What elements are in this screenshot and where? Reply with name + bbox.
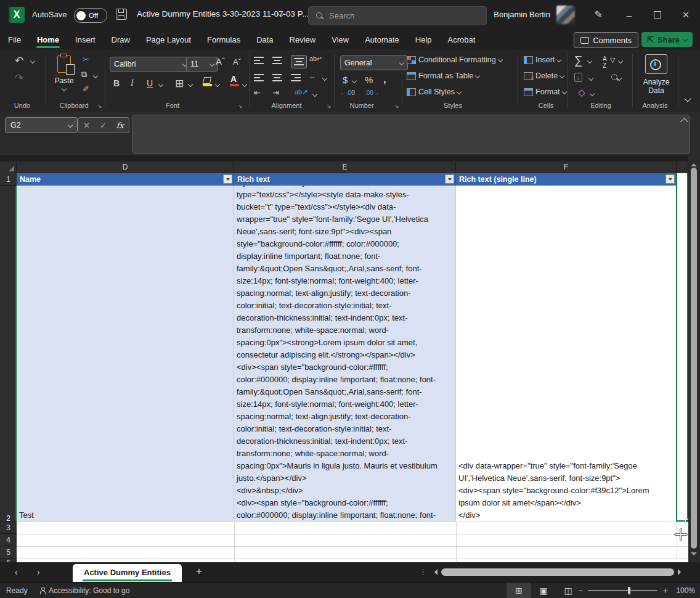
font-dialog-launcher-icon[interactable]: ↘ xyxy=(238,103,243,109)
font-name-select[interactable]: Calibri xyxy=(110,57,191,72)
underline-chevron-icon[interactable] xyxy=(158,82,163,87)
top-align-icon[interactable] xyxy=(254,57,264,64)
underline-button[interactable]: U xyxy=(147,79,153,88)
accessibility-status[interactable]: Accessibility: Good to go xyxy=(39,586,129,595)
decrease-decimal-icon[interactable]: .00→ xyxy=(365,90,380,96)
undo-chevron-icon[interactable] xyxy=(30,59,35,63)
italic-button[interactable]: I xyxy=(131,79,134,88)
copy-icon[interactable]: ⧉ xyxy=(81,70,87,78)
accounting-chevron-icon[interactable] xyxy=(352,78,357,83)
filter-button-rich-text[interactable] xyxy=(445,174,454,184)
page-layout-view-button[interactable]: ▣ xyxy=(531,583,556,598)
wrap-text-icon[interactable]: ab↵ xyxy=(309,55,322,62)
save-icon[interactable] xyxy=(116,9,127,20)
search-box[interactable] xyxy=(308,6,487,25)
zoom-in-button[interactable]: + xyxy=(663,586,668,596)
name-box[interactable]: G2 xyxy=(5,117,78,133)
number-dialog-launcher-icon[interactable]: ↘ xyxy=(394,103,399,109)
increase-indent-icon[interactable]: ⇥ xyxy=(272,89,279,97)
zoom-level[interactable]: 100% xyxy=(676,586,695,595)
zoom-slider-thumb[interactable] xyxy=(628,587,630,594)
font-color-button[interactable]: A xyxy=(229,75,239,87)
align-left-icon[interactable] xyxy=(254,74,264,81)
row-header-3[interactable]: 3 xyxy=(0,522,17,534)
scroll-right-icon[interactable] xyxy=(678,569,684,575)
tab-automate[interactable]: Automate xyxy=(357,30,407,49)
comma-style-icon[interactable]: , xyxy=(383,74,386,84)
next-sheet-icon[interactable]: › xyxy=(37,567,40,577)
fill-color-button[interactable] xyxy=(202,77,212,87)
collapse-ribbon-chevron-icon[interactable] xyxy=(684,95,691,102)
cell-e2[interactable]: style data-make-styles-bucket="d"type="t… xyxy=(234,186,456,522)
search-input[interactable] xyxy=(328,10,466,21)
clear-chevron-icon[interactable] xyxy=(590,91,595,96)
autosave-toggle[interactable]: Off xyxy=(74,8,107,23)
filter-button-rich-text-single[interactable] xyxy=(665,174,675,184)
merge-center-icon[interactable]: ⇔ xyxy=(308,73,316,81)
font-size-select[interactable]: 11 xyxy=(186,57,218,72)
row-header-4[interactable]: 4 xyxy=(0,534,17,546)
user-name[interactable]: Benjamin Bertin xyxy=(494,10,550,19)
tab-insert[interactable]: Insert xyxy=(67,30,104,49)
conditional-formatting-button[interactable]: Conditional Formatting xyxy=(407,55,502,64)
increase-decimal-icon[interactable]: ←.00 xyxy=(340,90,355,96)
table-header-rich-text[interactable]: Rich text xyxy=(234,173,456,186)
collapse-formula-bar-icon[interactable] xyxy=(680,118,688,126)
tab-formulas[interactable]: Formulas xyxy=(199,30,248,49)
orientation-icon[interactable]: ab↗ xyxy=(295,89,307,96)
font-color-chevron-icon[interactable] xyxy=(242,82,247,87)
horizontal-scrollbar-thumb[interactable] xyxy=(441,568,674,576)
percent-style-icon[interactable]: % xyxy=(365,75,373,84)
maximize-button[interactable] xyxy=(643,0,672,30)
clipboard-dialog-launcher-icon[interactable]: ↘ xyxy=(97,103,102,109)
insert-cells-button[interactable]: Insert xyxy=(524,55,561,64)
normal-view-button[interactable]: ⊞ xyxy=(507,583,531,598)
format-as-table-button[interactable]: Format as Table xyxy=(407,72,479,80)
column-header-g-partial[interactable] xyxy=(677,162,688,173)
clear-icon[interactable]: ◇ xyxy=(578,88,585,97)
zoom-out-button[interactable]: − xyxy=(578,586,583,596)
format-cells-button[interactable]: Format xyxy=(524,88,566,96)
borders-icon[interactable]: ⊞ xyxy=(175,78,184,89)
borders-chevron-icon[interactable] xyxy=(188,82,193,87)
tab-file[interactable]: File xyxy=(0,30,29,49)
formula-input[interactable] xyxy=(132,115,690,154)
column-header-f[interactable]: F xyxy=(456,162,677,173)
zoom-slider[interactable] xyxy=(588,590,657,591)
scroll-up-icon[interactable] xyxy=(691,160,697,166)
filter-button-name[interactable] xyxy=(223,174,232,184)
new-sheet-button[interactable]: + xyxy=(196,565,202,578)
align-right-icon[interactable] xyxy=(291,74,301,81)
sort-funnel-icon[interactable]: ▽ xyxy=(610,57,615,63)
select-all-corner[interactable] xyxy=(0,162,17,173)
confirm-entry-icon[interactable]: ✓ xyxy=(100,121,107,130)
row-header-5[interactable]: 5 xyxy=(0,546,17,559)
bold-button[interactable]: B xyxy=(113,79,120,88)
scroll-down-icon[interactable] xyxy=(691,552,697,559)
fill-down-icon[interactable]: ↓ xyxy=(574,73,582,82)
align-center-icon[interactable] xyxy=(272,74,282,81)
share-button[interactable]: ⇱ Share xyxy=(641,32,693,47)
excel-app-icon[interactable]: X xyxy=(9,7,25,23)
format-painter-icon[interactable]: ✐ xyxy=(83,85,89,93)
sheetbar-dots-icon[interactable]: ⋮ xyxy=(419,567,427,576)
tab-home[interactable]: Home xyxy=(29,30,67,49)
tab-acrobat[interactable]: Acrobat xyxy=(440,30,484,49)
vertical-scrollbar[interactable] xyxy=(688,155,700,562)
table-header-name[interactable]: Name xyxy=(17,173,234,186)
cut-icon[interactable]: ✂ xyxy=(83,55,89,63)
insert-function-icon[interactable]: fx xyxy=(116,121,124,130)
undo-icon[interactable]: ↶ xyxy=(15,55,23,66)
cancel-entry-icon[interactable]: ✕ xyxy=(83,121,90,130)
delete-cells-button[interactable]: Delete xyxy=(524,72,564,80)
close-button[interactable]: × xyxy=(672,0,700,30)
tab-page-layout[interactable]: Page Layout xyxy=(138,30,199,49)
increase-font-icon[interactable]: Aˆ xyxy=(216,57,225,66)
decrease-font-icon[interactable]: Aˇ xyxy=(233,58,241,66)
table-header-rich-text-single[interactable]: Rich text (single line) xyxy=(456,173,677,186)
avatar[interactable] xyxy=(556,6,575,24)
middle-align-icon[interactable] xyxy=(272,57,282,64)
cell-f2[interactable]: <div data-wrapper="true" style="font-fam… xyxy=(456,186,677,522)
alignment-dialog-launcher-icon[interactable]: ↘ xyxy=(327,103,332,109)
comments-button[interactable]: Comments xyxy=(574,32,638,48)
